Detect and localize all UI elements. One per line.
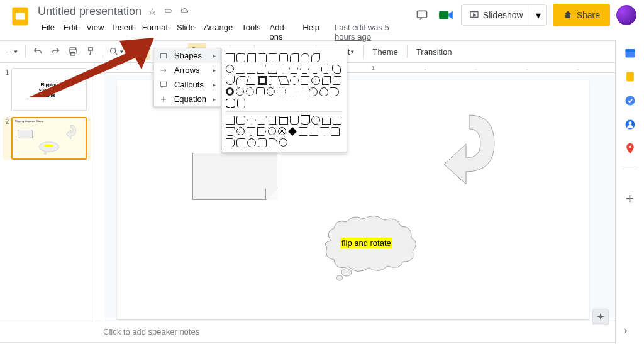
last-edit-link[interactable]: Last edit was 5 hours ago — [331, 20, 413, 44]
menu-view[interactable]: View — [82, 20, 108, 44]
hide-panel-icon[interactable]: › — [624, 324, 636, 336]
shape-flow-prep[interactable] — [322, 116, 331, 125]
shape-flow-final[interactable] — [279, 138, 287, 147]
cloud-status-icon[interactable] — [179, 6, 191, 17]
menu-callouts[interactable]: Callouts▸ — [154, 77, 221, 92]
shape-pentagon[interactable] — [289, 65, 298, 74]
shape-octagon[interactable] — [311, 65, 319, 74]
speaker-notes[interactable]: Click to add speaker notes — [0, 321, 644, 342]
document-title[interactable]: Untitled presentation — [38, 5, 142, 18]
menu-equation[interactable]: Equation▸ — [154, 92, 221, 106]
move-icon[interactable] — [163, 6, 174, 17]
undo-button[interactable] — [30, 43, 46, 60]
slideshow-dropdown[interactable]: ▾ — [531, 5, 546, 25]
shape-snip1[interactable] — [247, 53, 256, 62]
curved-arrow-shape[interactable] — [419, 109, 501, 197]
comments-icon[interactable] — [413, 6, 431, 24]
slide-thumbnail-1[interactable]: Flipping shapes in Slides — [11, 68, 87, 111]
shape-bevel[interactable] — [333, 76, 341, 85]
zoom-button[interactable]: ▾ — [107, 43, 125, 60]
meet-icon[interactable] — [437, 6, 455, 24]
slide-panel[interactable]: 1 Flipping shapes in Slides 2 Flipping s… — [0, 63, 94, 321]
shape-no-symbol[interactable] — [236, 87, 244, 96]
redo-button[interactable] — [47, 43, 64, 60]
shape-decagon[interactable] — [321, 65, 330, 74]
shape-rect[interactable] — [226, 53, 235, 62]
theme-button[interactable]: Theme — [367, 43, 402, 60]
shape-brace-l[interactable] — [237, 99, 240, 108]
shape-flow-offpage[interactable] — [247, 127, 255, 136]
share-button[interactable]: Share — [553, 4, 610, 26]
menu-help[interactable]: Help — [299, 20, 323, 44]
shape-cross[interactable] — [290, 76, 299, 85]
shape-half-frame[interactable] — [258, 76, 267, 85]
shape-diag-stripe[interactable] — [277, 76, 289, 85]
menu-format[interactable]: Format — [138, 20, 172, 44]
shape-donut[interactable] — [226, 87, 234, 96]
shape-flow-or[interactable] — [278, 127, 286, 135]
explore-button[interactable] — [592, 309, 609, 325]
shape-flow-collate[interactable] — [288, 127, 297, 136]
bubble-text[interactable]: flip and rotate — [340, 238, 392, 248]
menu-shapes[interactable]: Shapes▸ — [154, 48, 221, 63]
shape-rt-triangle[interactable] — [247, 65, 255, 74]
shape-plaque[interactable] — [301, 76, 309, 85]
shape-can[interactable] — [311, 76, 320, 85]
shape-diamond[interactable] — [279, 65, 287, 74]
menu-edit[interactable]: Edit — [60, 20, 81, 44]
shape-smiley[interactable] — [267, 87, 275, 96]
shape-pie[interactable] — [332, 65, 341, 74]
shape-block-arc[interactable] — [246, 87, 254, 96]
new-slide-button[interactable]: +▾ — [5, 43, 21, 60]
shape-flow-magnetic[interactable] — [247, 138, 256, 147]
paint-format-button[interactable] — [82, 43, 99, 60]
add-panel-icon[interactable]: + — [624, 192, 636, 205]
shape-l-shape[interactable] — [269, 76, 277, 85]
shape-heart[interactable] — [277, 87, 286, 96]
slideshow-button[interactable]: Slideshow ▾ — [461, 4, 547, 26]
shape-sun[interactable] — [298, 87, 307, 96]
calendar-icon[interactable] — [624, 47, 636, 59]
shape-lightning[interactable] — [287, 87, 296, 96]
shape-hexagon[interactable] — [300, 65, 309, 74]
shape-flow-card[interactable] — [257, 127, 266, 136]
shape-teardrop[interactable] — [236, 76, 245, 85]
shape-flow-sum[interactable] — [268, 127, 276, 135]
shape-flow-merge[interactable] — [320, 127, 329, 136]
shape-flow-process[interactable] — [226, 116, 235, 125]
menu-arrows[interactable]: Arrows▸ — [154, 63, 221, 77]
shape-flow-internal[interactable] — [279, 116, 288, 125]
shape-brace-r[interactable] — [242, 99, 245, 108]
shape-moon[interactable] — [309, 87, 318, 96]
contacts-icon[interactable] — [624, 118, 636, 131]
shape-trapezoid[interactable] — [268, 65, 277, 74]
shape-flow-stored[interactable] — [331, 127, 340, 136]
shape-oval[interactable] — [226, 65, 234, 73]
shape-frame[interactable] — [246, 76, 257, 85]
shape-round1[interactable] — [290, 53, 299, 62]
shape-flow-display[interactable] — [269, 138, 277, 147]
shape-triangle[interactable] — [236, 65, 245, 74]
shape-round2[interactable] — [301, 53, 309, 62]
shape-bracket-r[interactable] — [231, 99, 235, 108]
shape-flow-connector[interactable] — [236, 127, 245, 135]
shape-flow-manual-op[interactable] — [226, 127, 235, 136]
shape-flow-seq-access[interactable] — [236, 138, 245, 147]
shape-flow-alt[interactable] — [236, 116, 245, 125]
shape-snip-all[interactable] — [279, 53, 288, 62]
shape-folded-corner[interactable] — [256, 87, 265, 96]
slide-thumbnail-2[interactable]: Flipping shapes in Slides — [11, 117, 87, 160]
shape-bracket-l[interactable] — [226, 99, 230, 108]
print-button[interactable] — [65, 43, 81, 60]
shape-flow-manual-input[interactable] — [333, 116, 341, 125]
shape-arc[interactable] — [330, 87, 339, 96]
select-tool[interactable] — [133, 43, 150, 60]
menu-tools[interactable]: Tools — [238, 20, 264, 44]
account-avatar[interactable] — [616, 5, 636, 25]
shape-flow-direct[interactable] — [258, 138, 267, 147]
shape-snip2[interactable] — [258, 53, 267, 62]
menu-file[interactable]: File — [38, 20, 58, 44]
shape-flow-sort[interactable] — [299, 127, 308, 136]
menu-arrange[interactable]: Arrange — [200, 20, 236, 44]
menu-slide[interactable]: Slide — [173, 20, 199, 44]
